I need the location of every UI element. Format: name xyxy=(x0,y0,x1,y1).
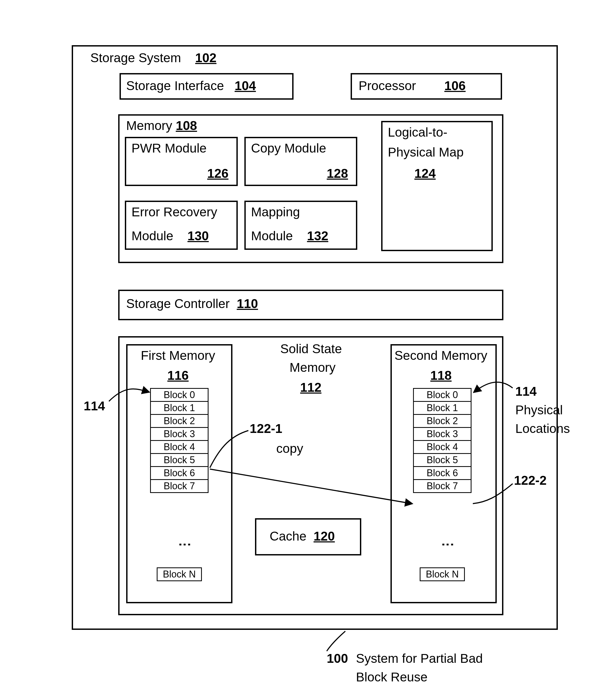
diagram-canvas: Storage System 102 Storage Interface 104… xyxy=(10,10,616,683)
copy-module-ref: 128 xyxy=(327,166,348,181)
footer-num: 100 xyxy=(327,651,348,666)
copy-word: copy xyxy=(276,441,303,456)
first-memory-blocks: Block 0Block 1Block 2Block 3Block 4Block… xyxy=(150,388,208,493)
callout-114-right-line2: Locations xyxy=(515,421,570,436)
second-memory-vdots: ⋮ xyxy=(440,538,455,557)
callout-122-1: 122-1 xyxy=(250,421,282,436)
footer-line1: System for Partial Bad xyxy=(356,651,483,666)
second-memory-title: Second Memory xyxy=(394,348,487,363)
storage-system-title: Storage System 102 xyxy=(90,50,217,65)
first-memory-vdots: ⋮ xyxy=(177,538,192,557)
second-memory-block-n: Block N xyxy=(420,568,465,581)
memory-block: Block 4 xyxy=(150,441,208,454)
ssm-line2: Memory xyxy=(289,360,335,375)
memory-block: Block 0 xyxy=(413,388,471,402)
memory-block: Block 4 xyxy=(413,441,471,454)
memory-block: Block 1 xyxy=(150,402,208,415)
memory-block: Block 6 xyxy=(413,467,471,480)
memory-block: Block 6 xyxy=(150,467,208,480)
first-memory-block-n: Block N xyxy=(157,568,202,581)
memory-label: Memory 108 xyxy=(126,118,197,133)
memory-block: Block 3 xyxy=(413,428,471,441)
first-memory-ref: 116 xyxy=(167,368,189,383)
mapping-module-line1: Mapping xyxy=(251,205,300,219)
memory-block: Block 5 xyxy=(413,454,471,467)
callout-114-right-num: 114 xyxy=(515,384,536,399)
second-memory-ref: 118 xyxy=(430,368,452,383)
pwr-module-ref: 126 xyxy=(207,166,228,181)
ssm-ref: 112 xyxy=(300,380,322,394)
callout-114-right-line1: Physical xyxy=(515,403,563,417)
memory-block: Block 1 xyxy=(413,402,471,415)
ssm-line1: Solid State xyxy=(280,341,342,356)
error-recovery-line1: Error Recovery xyxy=(131,205,217,219)
cache-label: Cache 120 xyxy=(270,529,335,543)
first-memory-title: First Memory xyxy=(141,348,215,363)
l2p-map-box xyxy=(381,121,493,251)
mapping-module-line2: Module 132 xyxy=(251,229,328,243)
l2p-ref: 124 xyxy=(414,166,436,181)
callout-122-2: 122-2 xyxy=(514,473,547,488)
memory-block: Block 2 xyxy=(413,415,471,428)
storage-interface-label: Storage Interface 104 xyxy=(126,79,256,93)
memory-block: Block 3 xyxy=(150,428,208,441)
callout-114-left: 114 xyxy=(84,399,105,413)
error-recovery-line2: Module 130 xyxy=(131,229,209,243)
second-memory-blocks: Block 0Block 1Block 2Block 3Block 4Block… xyxy=(413,388,471,493)
copy-module-line1: Copy Module xyxy=(251,141,326,155)
memory-block: Block 0 xyxy=(150,388,208,402)
pwr-module-line1: PWR Module xyxy=(131,141,207,155)
storage-controller-label: Storage Controller 110 xyxy=(126,296,258,311)
footer-line2: Block Reuse xyxy=(356,670,427,683)
l2p-line1: Logical-to- xyxy=(388,125,447,140)
memory-block: Block 2 xyxy=(150,415,208,428)
memory-block: Block 7 xyxy=(150,480,208,493)
l2p-line2: Physical Map xyxy=(388,145,464,159)
memory-block: Block 5 xyxy=(150,454,208,467)
processor-label: Processor 106 xyxy=(359,79,466,93)
memory-block: Block 7 xyxy=(413,480,471,493)
